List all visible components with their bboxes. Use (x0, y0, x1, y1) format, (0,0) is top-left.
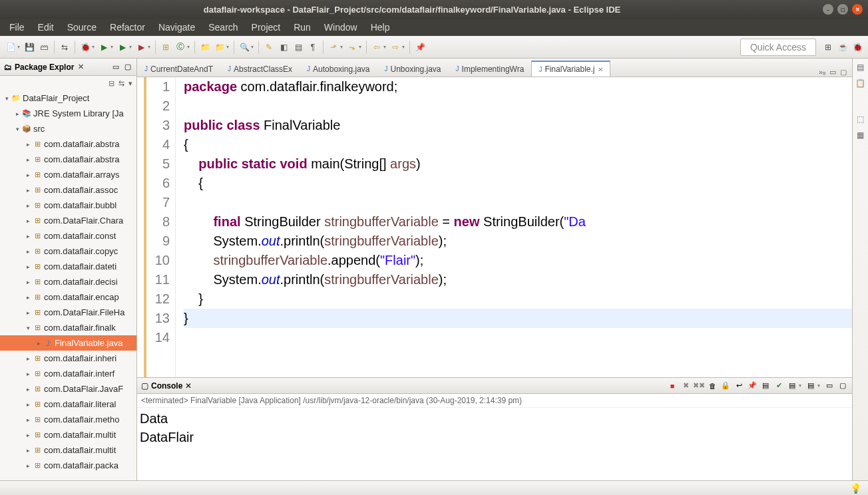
editor-tab[interactable]: JImplementingWra (449, 61, 532, 77)
switch-icon[interactable]: ⇆ (58, 41, 71, 54)
menu-navigate[interactable]: Navigate (153, 20, 200, 35)
tree-item[interactable]: ▸⊞com.dataflair.encap (0, 289, 136, 305)
editor-tab[interactable]: JFinalVariable.j✕ (531, 61, 610, 77)
pin-icon[interactable]: 📌 (413, 41, 427, 54)
minimize-editor-icon[interactable]: ▭ (829, 68, 836, 77)
dropdown-icon[interactable]: ▾ (148, 44, 150, 50)
dropdown-icon[interactable]: ▾ (129, 44, 132, 50)
menu-project[interactable]: Project (246, 20, 286, 35)
tree-item[interactable]: ▸⊞com.dataflair.bubbl (0, 198, 136, 213)
clear-console-icon[interactable]: 🗑 (707, 381, 718, 391)
view-menu-icon[interactable]: ▾ (128, 79, 132, 88)
link-editor-icon[interactable]: ⇆ (118, 79, 124, 88)
java-perspective-icon[interactable]: ☕ (836, 41, 849, 54)
new-class-icon[interactable]: Ⓒ (174, 41, 187, 54)
menu-refactor[interactable]: Refactor (105, 20, 150, 35)
word-wrap-icon[interactable]: ↩ (734, 381, 744, 391)
dropdown-icon[interactable]: ▾ (226, 44, 229, 50)
task-list-icon[interactable]: 📋 (855, 79, 865, 88)
save-icon[interactable]: 💾 (23, 41, 36, 54)
display-console-icon[interactable]: ▤ (760, 381, 771, 391)
annotation-prev-icon[interactable]: ⬏ (327, 41, 340, 54)
menu-run[interactable]: Run (288, 20, 316, 35)
tree-item[interactable]: ▸⊞com.DataFlair.Chara (0, 213, 136, 228)
tree-item[interactable]: ▸⊞com.dataflair.literal (0, 397, 136, 412)
quick-access-field[interactable]: Quick Access (740, 39, 816, 56)
open-task-icon[interactable]: 📁 (213, 41, 226, 54)
new-package-icon[interactable]: ⊞ (159, 41, 172, 54)
new-icon[interactable]: 📄 (4, 41, 17, 54)
pin-console-icon[interactable]: 📌 (747, 381, 758, 391)
menu-source[interactable]: Source (62, 20, 102, 35)
remove-launch-icon[interactable]: ✖ (680, 381, 691, 391)
tree-item[interactable]: ▾⊞com.dataflair.finalk (0, 320, 136, 335)
dropdown-icon[interactable]: ▾ (383, 44, 386, 50)
type-hierarchy-icon[interactable]: ▦ (857, 130, 864, 140)
menu-file[interactable]: File (4, 20, 30, 35)
tree-item[interactable]: ▸⊞com.dataflair.inheri (0, 351, 136, 366)
forward-icon[interactable]: ⇨ (389, 41, 402, 54)
maximize-console-icon[interactable]: ▢ (837, 381, 848, 391)
dropdown-icon[interactable]: ▾ (402, 44, 405, 50)
dropdown-icon[interactable]: ▾ (92, 44, 95, 50)
dropdown-icon[interactable]: ▾ (340, 44, 343, 50)
tree-item[interactable]: ▸⊞com.DataFlair.JavaF (0, 381, 136, 397)
close-tab-icon[interactable]: ✕ (598, 66, 603, 73)
dropdown-icon[interactable]: ▾ (17, 44, 20, 50)
menu-edit[interactable]: Edit (33, 20, 59, 35)
open-type-icon[interactable]: 📁 (198, 41, 212, 54)
tree-item[interactable]: ▸⊞com.DataFlair.FileHa (0, 305, 136, 320)
tree-item[interactable]: ▸⊞com.dataflair.arrays (0, 167, 136, 182)
tree-item[interactable]: ▸⊞com.dataflair.dateti (0, 259, 136, 274)
collapse-all-icon[interactable]: ⊟ (108, 79, 114, 88)
dropdown-icon[interactable]: ▾ (110, 44, 113, 50)
annotation-next-icon[interactable]: ⬎ (345, 41, 359, 54)
minimize-console-icon[interactable]: ▭ (824, 381, 835, 391)
debug-perspective-icon[interactable]: 🐞 (851, 41, 864, 54)
tree-item[interactable]: ▸⊞com.dataflair.abstra (0, 152, 136, 167)
menu-window[interactable]: Window (319, 20, 363, 35)
maximize-button[interactable]: ◻ (837, 4, 848, 15)
back-icon[interactable]: ⇦ (370, 41, 383, 54)
tree-item[interactable]: ▸⊞com.dataflair.const (0, 228, 136, 244)
tree-item[interactable]: ▸📚JRE System Library [Ja (0, 106, 136, 121)
tree-item[interactable]: ▸⊞com.dataflair.decisi (0, 274, 136, 289)
dropdown-icon[interactable]: ▾ (799, 383, 801, 389)
editor-tab[interactable]: JAutoboxing.java (300, 61, 377, 77)
open-console-icon[interactable]: ✔ (773, 381, 784, 391)
tree-item[interactable]: ▾📦src (0, 121, 136, 136)
close-console-icon[interactable]: ✕ (185, 381, 192, 391)
new-console-icon[interactable]: ▤ (787, 381, 797, 391)
tree-item[interactable]: ▸JFinalVariable.java (0, 335, 136, 351)
tree-item[interactable]: ▸⊞com.dataflair.assoc (0, 182, 136, 198)
terminate-icon[interactable]: ■ (667, 381, 678, 391)
tab-overflow[interactable]: »₈ (819, 68, 825, 77)
dropdown-icon[interactable]: ▾ (359, 44, 361, 50)
editor-tab[interactable]: JUnboxing.java (377, 61, 448, 77)
tree-item[interactable]: ▸⊞com.dataflair.metho (0, 412, 136, 427)
package-tree[interactable]: ▾📁DataFlair_Project▸📚JRE System Library … (0, 90, 136, 480)
minimize-view-icon[interactable]: ▭ (111, 63, 120, 71)
dropdown-icon[interactable]: ▾ (251, 44, 254, 50)
tree-item[interactable]: ▸⊞com.dataflair.multit (0, 427, 136, 442)
close-view-icon[interactable]: ✕ (77, 63, 85, 71)
open-perspective-icon[interactable]: ⊞ (821, 41, 835, 54)
code-editor[interactable]: 1234567891011121314 package com.dataflai… (137, 77, 852, 377)
close-button[interactable]: ✕ (852, 4, 863, 15)
minimize-button[interactable]: – (823, 4, 833, 15)
remove-all-icon[interactable]: ✖✖ (694, 381, 704, 391)
menu-search[interactable]: Search (203, 20, 243, 35)
hierarchy-icon[interactable]: ⬚ (857, 114, 864, 124)
tip-bulb-icon[interactable]: 💡 (850, 483, 861, 494)
wand-icon[interactable]: ✎ (262, 41, 276, 54)
dropdown-icon[interactable]: ▾ (817, 383, 820, 389)
scroll-lock-icon[interactable]: 🔒 (720, 381, 731, 391)
show-whitespace-icon[interactable]: ¶ (306, 41, 320, 54)
debug-icon[interactable]: 🐞 (79, 41, 92, 54)
maximize-view-icon[interactable]: ▢ (123, 63, 132, 71)
tree-item[interactable]: ▸⊞com.dataflair.copyc (0, 244, 136, 259)
outline-icon[interactable]: ▤ (857, 63, 864, 72)
tree-item[interactable]: ▸⊞com.dataflair.interf (0, 366, 136, 381)
dropdown-icon[interactable]: ▾ (187, 44, 190, 50)
coverage-icon[interactable]: ▶ (116, 41, 129, 54)
